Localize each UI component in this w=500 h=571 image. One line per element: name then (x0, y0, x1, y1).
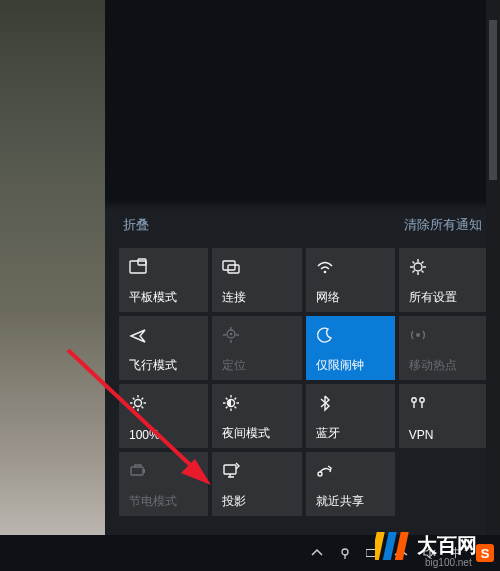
tile-mobile-hotspot[interactable]: 移动热点 (399, 316, 488, 380)
svg-point-4 (323, 271, 326, 274)
tile-battery-saver[interactable]: 节电模式 (119, 452, 208, 516)
project-icon (222, 462, 240, 480)
svg-rect-13 (131, 467, 143, 475)
tray-icon-1[interactable] (338, 546, 352, 560)
tablet-icon (129, 258, 147, 276)
svg-point-22 (400, 557, 402, 559)
tile-label: 飞行模式 (129, 357, 200, 374)
tray-overflow-chevron[interactable] (310, 546, 324, 560)
share-icon (316, 462, 334, 480)
airplane-icon (129, 326, 147, 344)
tray-ime-indicator[interactable]: 中 (450, 545, 462, 562)
collapse-link[interactable]: 折叠 (123, 216, 149, 234)
tray-volume-icon[interactable] (422, 546, 436, 560)
tile-label: 所有设置 (409, 289, 480, 306)
tile-label: VPN (409, 428, 480, 442)
tile-label: 节电模式 (129, 493, 200, 510)
taskbar: 中 S (0, 535, 500, 571)
brightness-icon (129, 394, 147, 412)
action-center-header: 折叠 清除所有通知 (105, 210, 500, 240)
battery-icon (129, 462, 147, 480)
svg-point-11 (412, 398, 416, 402)
desktop-wallpaper (0, 0, 105, 565)
bluetooth-icon (316, 394, 334, 412)
svg-rect-14 (143, 469, 145, 473)
svg-rect-1 (138, 259, 146, 265)
tile-label: 100% (129, 428, 200, 442)
svg-point-5 (414, 263, 422, 271)
location-icon (222, 326, 240, 344)
clear-all-link[interactable]: 清除所有通知 (404, 216, 482, 234)
tray-network-icon[interactable] (394, 546, 408, 560)
svg-rect-3 (228, 265, 239, 273)
tile-network[interactable]: 网络 (306, 248, 395, 312)
tile-label: 连接 (222, 289, 293, 306)
svg-point-9 (135, 400, 142, 407)
svg-point-12 (420, 398, 424, 402)
svg-point-7 (230, 333, 233, 336)
tile-bluetooth[interactable]: 蓝牙 (306, 384, 395, 448)
tile-all-settings[interactable]: 所有设置 (399, 248, 488, 312)
tile-tablet-mode[interactable]: 平板模式 (119, 248, 208, 312)
tile-label: 投影 (222, 493, 293, 510)
tile-label: 蓝牙 (316, 425, 387, 442)
vertical-scrollbar[interactable] (486, 0, 500, 535)
tile-label: 夜间模式 (222, 425, 293, 442)
tile-alarms-only[interactable]: 仅限闹钟 (306, 316, 395, 380)
svg-point-19 (342, 549, 348, 555)
svg-point-16 (318, 472, 322, 476)
tile-project[interactable]: 投影 (212, 452, 301, 516)
tile-label: 就近共享 (316, 493, 387, 510)
tile-vpn[interactable]: VPN (399, 384, 488, 448)
tile-nearby-sharing[interactable]: 就近共享 (306, 452, 395, 516)
svg-rect-21 (377, 551, 379, 555)
system-tray: 中 S (310, 544, 500, 562)
moon-icon (316, 326, 334, 344)
tile-night-light[interactable]: 夜间模式 (212, 384, 301, 448)
tray-sogou-icon[interactable]: S (476, 544, 494, 562)
wifi-icon (316, 258, 334, 276)
hotspot-icon (409, 326, 427, 344)
tile-label: 定位 (222, 357, 293, 374)
tile-location[interactable]: 定位 (212, 316, 301, 380)
tile-connect[interactable]: 连接 (212, 248, 301, 312)
scrollbar-thumb[interactable] (489, 20, 497, 180)
tile-label: 仅限闹钟 (316, 357, 387, 374)
tile-brightness-100[interactable]: 100% (119, 384, 208, 448)
action-center-panel: 折叠 清除所有通知 平板模式连接网络所有设置飞行模式定位仅限闹钟移动热点100%… (105, 0, 500, 535)
vpn-icon (409, 394, 427, 412)
svg-rect-15 (224, 465, 236, 474)
gear-icon (409, 258, 427, 276)
nightlight-icon (222, 394, 240, 412)
tile-label: 网络 (316, 289, 387, 306)
connect-icon (222, 258, 240, 276)
quick-action-grid: 平板模式连接网络所有设置飞行模式定位仅限闹钟移动热点100%夜间模式蓝牙VPN节… (119, 248, 488, 516)
tile-airplane-mode[interactable]: 飞行模式 (119, 316, 208, 380)
tray-battery-icon[interactable] (366, 546, 380, 560)
tile-label: 平板模式 (129, 289, 200, 306)
svg-point-8 (416, 333, 420, 337)
svg-rect-20 (366, 550, 377, 557)
tile-label: 移动热点 (409, 357, 480, 374)
